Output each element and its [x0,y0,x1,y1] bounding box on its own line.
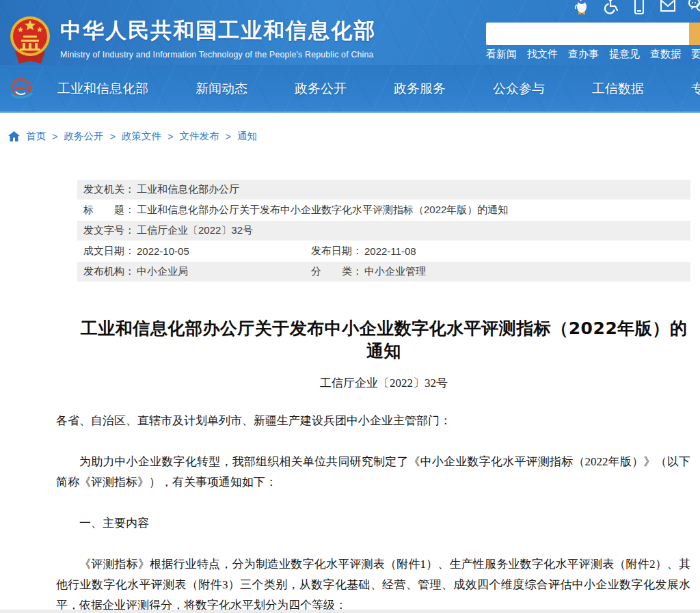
breadcrumb: 首页 > 政务公开 > 政策文件 > 文件发布 > 通知 [8,130,257,143]
nav-item-data[interactable]: 工信数据 [592,80,644,98]
site-title: 中华人民共和国工业和信息化部 [60,16,376,45]
accessibility-icon[interactable] [602,0,619,16]
nav-item-disclosure[interactable]: 政务公开 [295,80,347,98]
meta-label: 分 类： [311,265,362,278]
meta-row: 发文机关： 工业和信息化部办公厅 [77,180,690,200]
meta-value: 中小企业局 [137,265,188,278]
meta-value: 工业和信息化部办公厅关于发布中小企业数字化水平评测指标（2022年版）的通知 [137,204,508,217]
site-title-en: Ministry of Industry and Information Tec… [60,50,376,59]
nav-item-services[interactable]: 政务服务 [394,80,446,98]
document-number: 工信厅企业〔2022〕32号 [77,375,690,391]
document-meta-table: 发文机关： 工业和信息化部办公厅 标 题： 工业和信息化部办公厅关于发布中小企业… [77,180,690,282]
meta-value: 工信厅企业〔2022〕32号 [137,224,253,237]
meta-value: 2022-11-08 [364,245,416,257]
mail-icon[interactable] [659,0,677,16]
nav-items: 工业和信息化部 新闻动态 政务公开 政务服务 公众参与 工信数据 专题 [57,65,700,113]
topbar-icons [573,0,700,16]
paragraph-section-heading: 一、主要内容 [56,513,690,534]
search-input[interactable] [486,23,689,45]
brand[interactable]: 中华人民共和国工业和信息化部 Ministry of Industry and … [60,16,376,59]
meta-label: 发文字号： [83,224,135,237]
national-emblem-icon [8,13,52,65]
search-button[interactable] [689,23,700,45]
breadcrumb-item[interactable]: 文件发布 [179,130,219,143]
breadcrumb-item[interactable]: 政务公开 [64,130,103,143]
paragraph-intro: 为助力中小企业数字化转型，我部组织相关单位共同研究制定了《中小企业数字化水平评测… [56,452,690,493]
meta-row: 标 题： 工业和信息化部办公厅关于发布中小企业数字化水平评测指标（2022年版）… [77,200,690,220]
breadcrumb-item[interactable]: 首页 [26,130,46,143]
site-header: 中华人民共和国工业和信息化部 Ministry of Industry and … [0,0,700,65]
document-body: 各省、自治区、直辖市及计划单列市、新疆生产建设兵团中小企业主管部门： 为助力中小… [56,411,690,613]
page-bottom-divider [0,610,700,613]
nav-item-topics[interactable]: 专题 [691,80,700,98]
breadcrumb-separator: > [109,131,115,142]
mobile-icon[interactable] [630,0,648,16]
quick-link-feedback[interactable]: 提意见 [609,48,640,61]
meta-value: 2022-10-05 [137,245,189,257]
document-title: 工业和信息化部办公厅关于发布中小企业数字化水平评测指标（2022年版）的通知 [77,317,690,362]
meta-label: 发布日期： [311,245,362,258]
breadcrumb-separator: > [225,131,230,142]
mascot-icon[interactable] [573,0,591,16]
meta-row: 成文日期： 2022-10-05 发布日期： 2022-11-08 [77,241,690,261]
page: 中华人民共和国工业和信息化部 Ministry of Industry and … [0,0,700,613]
meta-value: 中小企业管理 [364,265,426,278]
breadcrumb-item[interactable]: 政策文件 [122,130,161,143]
meta-label: 标 题： [83,204,135,217]
meta-label: 成文日期： [83,245,135,258]
breadcrumb-separator: > [52,131,57,142]
nav-item-news[interactable]: 新闻动态 [196,80,247,98]
quick-links: 看新闻 找文件 查办事 提意见 查数据 要投 [486,48,700,61]
breadcrumb-separator: > [167,131,173,142]
nav-item-participation[interactable]: 公众参与 [493,80,545,98]
nav-item-ministry[interactable]: 工业和信息化部 [57,80,148,98]
quick-link-news[interactable]: 看新闻 [486,48,517,61]
wechat-icon[interactable] [688,0,700,16]
miit-logo-icon[interactable] [7,74,36,103]
meta-value: 工业和信息化部办公厅 [137,183,239,196]
paragraph-salutation: 各省、自治区、直辖市及计划单列市、新疆生产建设兵团中小企业主管部门： [56,411,690,431]
meta-row: 发布机构： 中小企业局 分 类： 中小企业管理 [77,262,690,282]
breadcrumb-item[interactable]: 通知 [237,130,257,143]
main-nav: 工业和信息化部 新闻动态 政务公开 政务服务 公众参与 工信数据 专题 [0,65,700,113]
quick-link-data[interactable]: 查数据 [650,48,681,61]
meta-row: 发文字号： 工信厅企业〔2022〕32号 [77,221,690,241]
paragraph-content: 《评测指标》根据行业特点，分为制造业数字化水平评测表（附件1）、生产性服务业数字… [56,554,690,613]
meta-label: 发文机关： [83,183,135,196]
home-icon[interactable] [8,131,20,141]
quick-link-services[interactable]: 查办事 [568,48,599,61]
quick-link-files[interactable]: 找文件 [527,48,558,61]
meta-label: 发布机构： [83,265,135,278]
quick-link-complain[interactable]: 要投 [691,48,700,61]
